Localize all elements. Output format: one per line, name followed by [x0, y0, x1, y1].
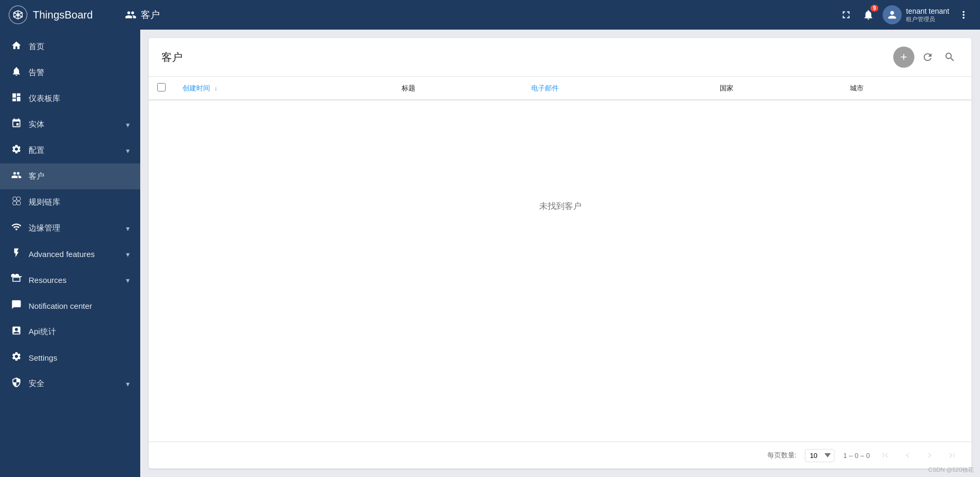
- brand-name: ThingsBoard: [33, 9, 93, 21]
- more-menu-button[interactable]: [956, 7, 972, 23]
- sidebar-resources-label: Resources: [29, 276, 120, 285]
- card-footer: 每页数量: 10 25 50 100 1 – 0 – 0: [149, 442, 972, 469]
- customers-table: 创建时间 ↓ 标题 电子邮件 国家: [149, 77, 972, 100]
- sidebar-dashboards-label: 仪表板库: [29, 94, 130, 104]
- avatar: [883, 5, 902, 24]
- per-page-select[interactable]: 10 25 50 100: [805, 449, 834, 462]
- navbar: ThingsBoard 客户 9 tenant tena: [0, 0, 980, 30]
- created-time-column-header[interactable]: 创建时间 ↓: [174, 77, 393, 100]
- sidebar: 首页 告警 仪表板库 实体 ▾ 配置 ▾: [0, 30, 140, 477]
- thingsboard-logo-icon: [8, 5, 28, 24]
- first-page-button[interactable]: [878, 448, 892, 462]
- chevron-right-icon: [925, 451, 934, 460]
- sidebar-config-label: 配置: [29, 145, 120, 155]
- next-page-button[interactable]: [923, 448, 937, 462]
- sidebar-alarms-label: 告警: [29, 68, 130, 78]
- content-card: 客户 +: [149, 38, 972, 469]
- sidebar-notification-label: Notification center: [29, 301, 130, 310]
- last-page-button[interactable]: [945, 448, 959, 462]
- sidebar-item-security[interactable]: 安全 ▾: [0, 371, 140, 397]
- edge-icon: [11, 222, 22, 235]
- card-header: 客户 +: [149, 38, 972, 77]
- user-details: tenant tenant 租户管理员: [906, 7, 949, 23]
- empty-message: 未找到客户: [539, 201, 582, 212]
- country-column-header: 国家: [711, 77, 841, 100]
- fullscreen-icon: [840, 9, 852, 21]
- settings-icon: [11, 351, 22, 364]
- sidebar-api-label: Api统计: [29, 327, 130, 337]
- config-arrow-icon: ▾: [126, 146, 130, 155]
- created-time-label: 创建时间: [183, 84, 210, 92]
- city-label: 城市: [850, 84, 864, 92]
- navbar-right: 9 tenant tenant 租户管理员: [838, 5, 972, 24]
- prev-page-button[interactable]: [901, 448, 914, 462]
- entities-arrow-icon: ▾: [126, 121, 130, 129]
- rule-chains-icon: [11, 196, 22, 209]
- sidebar-customers-label: 客户: [29, 171, 130, 181]
- first-page-icon: [881, 451, 890, 460]
- page-title: 客户: [141, 8, 160, 21]
- sidebar-item-edge-management[interactable]: 边缘管理 ▾: [0, 215, 140, 241]
- sidebar-item-customers[interactable]: 客户: [0, 163, 140, 189]
- sidebar-settings-label: Settings: [29, 353, 130, 362]
- refresh-button[interactable]: [919, 48, 937, 66]
- watermark: CSDN @520独花: [928, 466, 974, 474]
- chevron-left-icon: [903, 451, 912, 460]
- email-column-header: 电子邮件: [523, 77, 711, 100]
- sidebar-item-alarms[interactable]: 告警: [0, 60, 140, 86]
- card-actions: +: [893, 47, 959, 68]
- city-column-header: 城市: [841, 77, 972, 100]
- user-profile[interactable]: tenant tenant 租户管理员: [883, 5, 949, 24]
- sidebar-advanced-label: Advanced features: [29, 250, 120, 259]
- fullscreen-button[interactable]: [838, 7, 854, 23]
- title-label: 标题: [402, 84, 415, 92]
- search-button[interactable]: [941, 48, 959, 66]
- user-role: 租户管理员: [906, 16, 949, 23]
- per-page-label: 每页数量:: [767, 451, 797, 460]
- search-icon: [944, 51, 956, 63]
- app-layout: 首页 告警 仪表板库 实体 ▾ 配置 ▾: [0, 30, 980, 477]
- notifications-button[interactable]: 9: [860, 7, 876, 23]
- sort-down-icon: ↓: [214, 85, 217, 92]
- sidebar-item-api-stats[interactable]: Api统计: [0, 319, 140, 345]
- page-info: 1 – 0 – 0: [843, 452, 870, 460]
- content-title: 客户: [161, 50, 183, 65]
- security-icon: [11, 377, 22, 390]
- sidebar-item-config[interactable]: 配置 ▾: [0, 137, 140, 163]
- sidebar-item-dashboards[interactable]: 仪表板库: [0, 86, 140, 112]
- add-customer-button[interactable]: +: [893, 47, 914, 68]
- sidebar-item-entities[interactable]: 实体 ▾: [0, 112, 140, 137]
- email-label: 电子邮件: [531, 84, 559, 92]
- customers-nav-icon: [125, 9, 137, 21]
- sidebar-rule-chains-label: 规则链库: [29, 197, 130, 207]
- sidebar-item-notification-center[interactable]: Notification center: [0, 293, 140, 319]
- sidebar-item-home[interactable]: 首页: [0, 34, 140, 60]
- more-vert-icon: [958, 9, 969, 21]
- home-icon: [11, 40, 22, 53]
- select-all-checkbox[interactable]: [157, 83, 166, 91]
- svg-point-1: [16, 13, 20, 16]
- edge-arrow-icon: ▾: [126, 224, 130, 233]
- sidebar-item-settings[interactable]: Settings: [0, 345, 140, 371]
- sidebar-item-rule-chains[interactable]: 规则链库: [0, 189, 140, 215]
- sidebar-item-resources[interactable]: Resources ▾: [0, 267, 140, 293]
- notification-center-icon: [11, 299, 22, 313]
- select-all-column: [149, 77, 174, 100]
- advanced-icon: [11, 247, 22, 261]
- main-content: 客户 +: [140, 30, 980, 477]
- sidebar-security-label: 安全: [29, 379, 120, 389]
- sidebar-edge-label: 边缘管理: [29, 223, 120, 233]
- config-icon: [11, 144, 22, 157]
- brand-logo[interactable]: ThingsBoard: [8, 5, 125, 24]
- country-label: 国家: [720, 84, 733, 92]
- alarm-icon: [11, 66, 22, 79]
- title-column-header: 标题: [393, 77, 523, 100]
- sidebar-home-label: 首页: [29, 42, 130, 52]
- avatar-icon: [886, 9, 898, 21]
- sidebar-item-advanced-features[interactable]: Advanced features ▾: [0, 241, 140, 267]
- dashboard-icon: [11, 92, 22, 105]
- resources-arrow-icon: ▾: [126, 276, 130, 285]
- customers-icon: [11, 170, 22, 183]
- table-container: 创建时间 ↓ 标题 电子邮件 国家: [149, 77, 972, 442]
- security-arrow-icon: ▾: [126, 380, 130, 388]
